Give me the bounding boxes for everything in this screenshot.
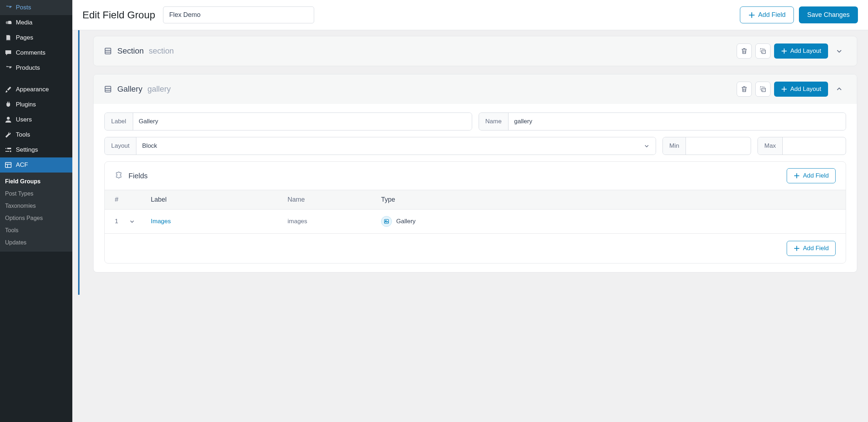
sidebar-item-posts[interactable]: Posts [0,0,72,15]
duplicate-layout-button[interactable] [755,82,770,97]
sidebar-label: Pages [16,34,33,41]
sidebar-sub-options-pages[interactable]: Options Pages [0,212,72,224]
svg-rect-13 [760,87,764,90]
sidebar-item-acf[interactable]: ACF [0,157,72,173]
plus-icon [794,245,800,252]
layout-label-field: Label [104,113,472,130]
chevron-down-icon [835,47,843,55]
sidebar-item-products[interactable]: Products [0,60,72,75]
svg-rect-14 [762,88,765,92]
plus-icon [781,48,787,54]
layout-title: Section [117,46,144,56]
layout-name-input[interactable] [508,113,846,130]
page-icon [4,34,12,42]
toggle-layout-button[interactable] [832,43,847,59]
sidebar-item-appearance[interactable]: Appearance [0,82,72,97]
col-label: Label [151,196,288,203]
media-icon [4,19,12,27]
svg-rect-10 [105,86,111,92]
layout-header[interactable]: Gallery gallery Add Layout [94,74,857,104]
fields-card: Fields Add Field # Label [104,161,846,263]
layout-drag-icon [104,85,112,93]
sidebar-item-settings[interactable]: Settings [0,142,72,157]
field-label: Name [479,113,508,130]
add-layout-label: Add Layout [790,86,821,93]
fields-title: Fields [128,172,148,180]
layout-body: Label Name Layout [94,104,857,272]
chevron-down-icon[interactable] [129,218,135,225]
sidebar-label: Media [16,19,32,26]
svg-rect-2 [5,162,11,168]
layout-max-input[interactable] [783,137,840,155]
row-index: 1 [115,218,118,225]
sidebar-item-comments[interactable]: Comments [0,45,72,60]
sidebar-label: Tools [16,131,30,138]
layout-label-input[interactable] [133,113,472,130]
trash-icon [741,47,748,55]
sidebar-item-media[interactable]: Media [0,15,72,30]
chevron-down-icon [643,143,650,149]
add-field-button-inner[interactable]: Add Field [787,168,836,183]
sidebar-label: Comments [16,49,45,56]
layout-display-select[interactable]: Block [136,137,656,155]
add-field-button[interactable]: Add Field [740,6,794,23]
sidebar-sub-updates[interactable]: Updates [0,237,72,249]
layout-drag-icon [104,47,112,55]
pin-icon [4,64,12,72]
layout-header[interactable]: Section section Add Layout [94,36,857,66]
add-field-label: Add Field [803,245,829,252]
chevron-up-icon [835,85,843,93]
col-num: # [115,196,144,203]
field-label: Min [663,137,686,155]
add-layout-button[interactable]: Add Layout [774,43,828,59]
field-label: Label [105,113,133,130]
toggle-layout-button[interactable] [832,82,847,97]
page-title: Edit Field Group [82,9,155,21]
duplicate-layout-button[interactable] [755,43,770,59]
add-field-button-footer[interactable]: Add Field [787,241,836,256]
sidebar-label: Appearance [16,86,49,93]
duplicate-icon [759,86,767,93]
sidebar-item-tools[interactable]: Tools [0,127,72,142]
svg-rect-9 [762,50,765,54]
plus-icon [781,86,787,92]
layout-key: section [149,46,174,56]
delete-layout-button[interactable] [737,43,752,59]
sidebar-sub-field-groups[interactable]: Field Groups [0,175,72,188]
field-type: Gallery [381,216,836,227]
layout-min-input[interactable] [686,137,743,155]
trash-icon [741,86,748,93]
field-label: Max [758,137,783,155]
col-name: Name [288,196,381,203]
row-num: 1 [115,218,144,225]
wrench-icon [4,131,12,139]
delete-layout-button[interactable] [737,82,752,97]
svg-rect-5 [105,48,111,54]
sidebar-sub-taxonomies[interactable]: Taxonomies [0,200,72,212]
add-field-label: Add Field [803,172,829,179]
field-label-link[interactable]: Images [151,218,171,225]
add-layout-button[interactable]: Add Layout [774,82,828,97]
sidebar-sub-tools[interactable]: Tools [0,224,72,237]
sidebar-label: ACF [16,161,28,169]
layout-name-field: Name [479,113,846,130]
sidebar-item-plugins[interactable]: Plugins [0,97,72,112]
field-group-title-input[interactable] [163,6,314,23]
sidebar-label: Settings [16,146,38,153]
sidebar-sub-post-types[interactable]: Post Types [0,188,72,200]
sliders-icon [4,146,12,154]
sidebar-submenu: Field Groups Post Types Taxonomies Optio… [0,173,72,252]
save-changes-button[interactable]: Save Changes [799,6,858,23]
svg-point-0 [6,21,9,24]
layout-section: Section section Add Layout [93,36,857,66]
topbar: Edit Field Group Add Field Save Changes [72,0,868,30]
user-icon [4,116,12,124]
sidebar-label: Posts [16,4,31,11]
sidebar-item-pages[interactable]: Pages [0,30,72,45]
plug-icon [4,101,12,109]
field-row[interactable]: 1 Images images [105,210,846,234]
duplicate-icon [759,47,767,55]
layout-gallery: Gallery gallery Add Layout [93,74,857,272]
admin-sidebar: Posts Media Pages Comments Products [0,0,72,422]
sidebar-item-users[interactable]: Users [0,112,72,127]
